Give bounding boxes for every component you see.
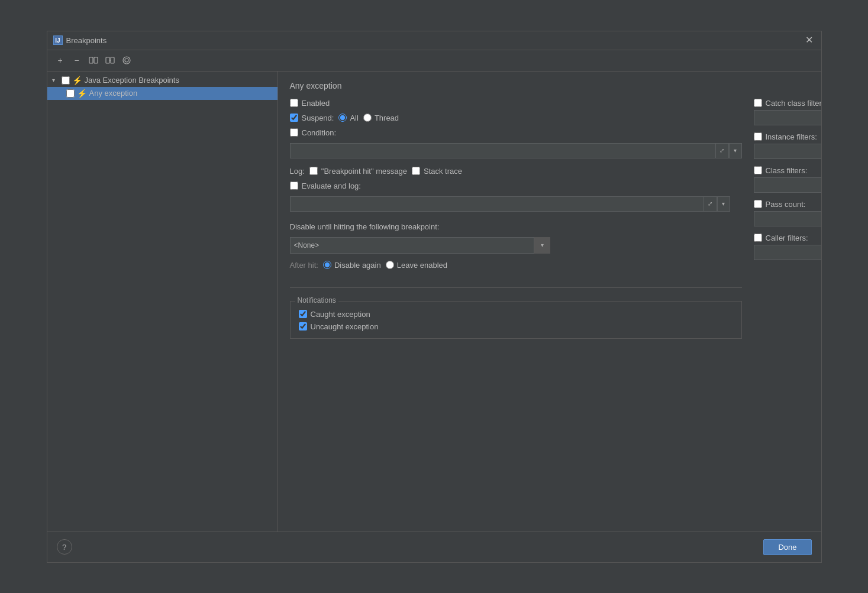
disable-again-label[interactable]: Disable again [323,261,381,270]
class-filter-input-row: 📁 [754,177,821,193]
catch-class-checkbox[interactable] [754,99,762,107]
thread-radio[interactable] [363,114,372,122]
tree-item-any-exception[interactable]: ⚡ Any exception [47,87,277,100]
svg-rect-2 [106,57,109,63]
close-button[interactable]: ✕ [803,35,815,45]
stack-trace-text: Stack trace [424,167,462,176]
condition-checkbox[interactable] [290,128,298,137]
leave-enabled-label[interactable]: Leave enabled [386,261,447,270]
filter-button[interactable] [120,53,134,67]
suspend-text: Suspend: [302,114,334,122]
condition-input[interactable] [290,143,716,158]
evaluate-dropdown-btn[interactable]: ▾ [717,196,730,212]
toolbar: + − [47,50,821,72]
log-text: Log: [290,167,305,176]
right-column: Catch class filters: 📁 Instance f [754,99,821,339]
left-column: Enabled Suspend: All [290,99,742,339]
bp-hit-checkbox[interactable] [309,167,318,175]
bottom-bar: ? Done [47,532,821,562]
done-button[interactable]: Done [763,539,811,555]
disable-until-row: Disable until hitting the following brea… [290,222,742,231]
group-checkbox[interactable] [62,76,70,85]
tree-item-label: Any exception [89,89,138,98]
caller-filter-text: Caller filters: [766,234,808,242]
condition-input-row: ⤢ ▾ [290,143,742,158]
stack-trace-label[interactable]: Stack trace [412,167,462,176]
pass-count-label-row: Pass count: [754,200,821,209]
class-filter-input[interactable] [754,177,821,193]
disable-until-text: Disable until hitting the following brea… [290,222,440,231]
instance-filter-checkbox[interactable] [754,132,762,141]
uncaught-exception-checkbox[interactable] [299,322,307,330]
all-radio-label[interactable]: All [338,114,358,122]
class-filter-label-row: Class filters: [754,166,821,175]
enabled-checkbox[interactable] [290,99,298,107]
caller-filter-input-row: 📁 [754,245,821,260]
disable-again-radio[interactable] [323,261,331,269]
caller-filter-checkbox[interactable] [754,234,762,242]
group-button[interactable] [86,53,101,67]
item-checkbox[interactable] [66,89,75,98]
class-filter-text: Class filters: [766,166,808,175]
all-radio[interactable] [338,114,347,122]
catch-class-text: Catch class filters: [766,99,821,108]
evaluate-row: Evaluate and log: [290,182,742,190]
uncaught-exception-label[interactable]: Uncaught exception [299,322,733,331]
filter-icon [122,56,131,65]
condition-text: Condition: [302,128,337,137]
pass-count-input[interactable] [754,211,821,226]
svg-point-6 [125,59,128,62]
thread-radio-label[interactable]: Thread [363,114,399,122]
all-text: All [350,114,358,122]
evaluate-text: Evaluate and log: [302,182,361,190]
caught-exception-label[interactable]: Caught exception [299,310,733,319]
leave-enabled-radio[interactable] [386,261,394,269]
enabled-label[interactable]: Enabled [290,99,330,108]
evaluate-input-row: ⤢ ▾ [290,196,742,212]
enabled-text: Enabled [302,99,330,108]
chevron-down-icon: ▾ [52,77,59,83]
main-content: ▾ ⚡ Java Exception Breakpoints ⚡ Any exc… [47,72,821,532]
add-button[interactable]: + [53,53,67,67]
instance-filter-row: Instance filters: 📁 [754,132,821,159]
after-hit-row: After hit: Disable again Leave enabled [290,261,742,270]
suspend-checkbox-label[interactable]: Suspend: [290,114,334,122]
tree-group-header[interactable]: ▾ ⚡ Java Exception Breakpoints [47,74,277,87]
evaluate-input[interactable] [290,196,704,212]
evaluate-label[interactable]: Evaluate and log: [290,182,361,190]
evaluate-checkbox[interactable] [290,182,298,190]
leave-enabled-text: Leave enabled [397,261,447,270]
group-icon [89,56,98,65]
disable-again-text: Disable again [334,261,381,270]
pass-count-text: Pass count: [766,200,806,209]
class-filter-row: Class filters: 📁 [754,166,821,193]
suspend-checkbox[interactable] [290,114,298,122]
pass-count-checkbox[interactable] [754,200,762,208]
instance-filter-input[interactable] [754,144,821,159]
after-hit-text: After hit: [290,261,318,270]
evaluate-expand-btn[interactable]: ⤢ [704,196,717,212]
flash-icon: ⚡ [72,76,82,85]
help-button[interactable]: ? [57,539,72,555]
disable-dropdown[interactable]: <None> [290,237,550,254]
notifications-items: Caught exception Uncaught exception [299,310,733,331]
remove-button[interactable]: − [70,53,84,67]
condition-expand-btn[interactable]: ⤢ [716,143,729,158]
title-bar: IJ Breakpoints ✕ [47,31,821,50]
caller-filter-label-row: Caller filters: [754,234,821,242]
bp-hit-label[interactable]: "Breakpoint hit" message [309,167,407,176]
item-flash-icon: ⚡ [77,89,87,98]
left-panel: ▾ ⚡ Java Exception Breakpoints ⚡ Any exc… [47,72,278,532]
move-button[interactable] [103,53,117,67]
caller-filter-input[interactable] [754,245,821,260]
condition-label[interactable]: Condition: [290,128,337,137]
class-filter-checkbox[interactable] [754,166,762,174]
right-panel-inner: Any exception Enabled [290,81,809,522]
stack-trace-checkbox[interactable] [412,167,420,175]
instance-filter-input-row: 📁 [754,144,821,159]
caught-exception-checkbox[interactable] [299,310,307,318]
catch-class-input[interactable] [754,110,821,125]
condition-dropdown-btn[interactable]: ▾ [729,143,742,158]
pass-count-input-row [754,211,821,226]
disable-dropdown-wrapper: <None> ▾ [290,237,550,254]
